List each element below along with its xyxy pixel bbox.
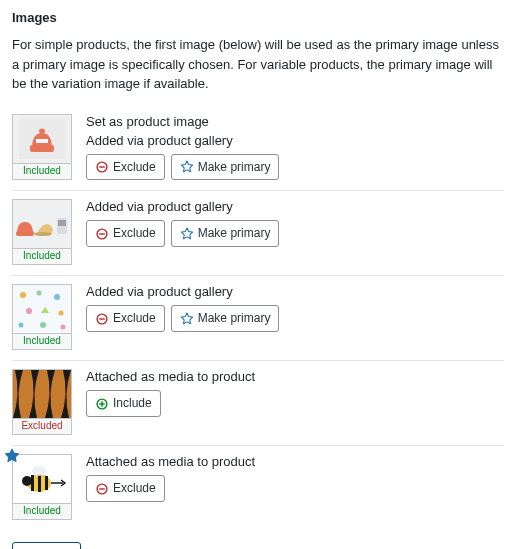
button-row: Exclude (86, 475, 504, 502)
thumbnail-image[interactable] (12, 114, 72, 164)
svg-rect-32 (45, 476, 48, 490)
thumbnail-image[interactable] (12, 199, 72, 249)
status-badge: Included (12, 164, 72, 180)
make-primary-button[interactable]: Make primary (171, 154, 280, 181)
image-row: ExcludedAttached as media to productIncl… (12, 361, 504, 446)
thumbnail-column: Included (12, 454, 72, 520)
button-label: Exclude (113, 310, 156, 327)
svg-rect-10 (58, 220, 66, 226)
button-row: ExcludeMake primary (86, 154, 504, 181)
thumbnail-column: Included (12, 284, 72, 350)
primary-star-icon (4, 448, 20, 467)
status-badge: Excluded (12, 419, 72, 435)
svg-point-34 (32, 466, 46, 476)
svg-point-17 (26, 308, 32, 314)
status-badge: Included (12, 334, 72, 350)
button-label: Make primary (198, 225, 271, 242)
image-row: IncludedAttached as media to productExcl… (12, 446, 504, 530)
exclude-icon (95, 482, 109, 496)
thumbnail-column: Excluded (12, 369, 72, 435)
svg-rect-24 (13, 370, 71, 418)
make-primary-button[interactable]: Make primary (171, 220, 280, 247)
include-button[interactable]: Include (86, 390, 161, 417)
exclude-button[interactable]: Exclude (86, 475, 165, 502)
info-column: Added via product galleryExcludeMake pri… (86, 199, 504, 265)
image-row: IncludedAdded via product galleryExclude… (12, 191, 504, 276)
button-row: ExcludeMake primary (86, 220, 504, 247)
svg-point-2 (39, 128, 45, 133)
collapse-button[interactable]: Collapse (12, 542, 81, 549)
exclude-button[interactable]: Exclude (86, 154, 165, 181)
svg-point-16 (54, 294, 60, 300)
include-icon (95, 397, 109, 411)
exclude-icon (95, 160, 109, 174)
exclude-icon (95, 312, 109, 326)
info-column: Added via product galleryExcludeMake pri… (86, 284, 504, 350)
star-icon (180, 312, 194, 326)
button-label: Exclude (113, 480, 156, 497)
svg-rect-7 (16, 231, 34, 236)
image-row: IncludedAdded via product galleryExclude… (12, 276, 504, 361)
svg-rect-31 (38, 474, 41, 492)
exclude-button[interactable]: Exclude (86, 220, 165, 247)
svg-rect-3 (36, 139, 48, 143)
svg-rect-1 (30, 145, 54, 152)
info-column: Attached as media to productExclude (86, 454, 504, 520)
thumbnail-column: Included (12, 199, 72, 265)
info-line: Attached as media to product (86, 369, 504, 384)
button-label: Include (113, 395, 152, 412)
make-primary-button[interactable]: Make primary (171, 305, 280, 332)
info-column: Set as product imageAdded via product ga… (86, 114, 504, 181)
star-icon (180, 160, 194, 174)
section-title: Images (12, 10, 504, 25)
star-icon (180, 227, 194, 241)
button-label: Exclude (113, 159, 156, 176)
info-line: Attached as media to product (86, 454, 504, 469)
info-line: Added via product gallery (86, 133, 504, 148)
svg-point-8 (34, 232, 52, 236)
svg-point-19 (19, 323, 24, 328)
thumbnail-image[interactable] (12, 284, 72, 334)
svg-point-14 (20, 292, 26, 298)
svg-point-21 (61, 325, 66, 330)
button-label: Exclude (113, 225, 156, 242)
thumbnail-column: Included (12, 114, 72, 181)
status-badge: Included (12, 504, 72, 520)
svg-point-20 (40, 322, 46, 328)
info-line: Set as product image (86, 114, 504, 129)
button-row: Include (86, 390, 504, 417)
thumbnail-image[interactable] (12, 454, 72, 504)
button-label: Make primary (198, 310, 271, 327)
info-line: Added via product gallery (86, 199, 504, 214)
image-row: IncludedSet as product imageAdded via pr… (12, 106, 504, 192)
help-text: For simple products, the first image (be… (12, 35, 504, 94)
status-badge: Included (12, 249, 72, 265)
info-line: Added via product gallery (86, 284, 504, 299)
exclude-button[interactable]: Exclude (86, 305, 165, 332)
svg-point-15 (37, 291, 42, 296)
svg-point-33 (22, 476, 32, 486)
button-row: ExcludeMake primary (86, 305, 504, 332)
info-column: Attached as media to productInclude (86, 369, 504, 435)
exclude-icon (95, 227, 109, 241)
button-label: Make primary (198, 159, 271, 176)
thumbnail-image[interactable] (12, 369, 72, 419)
image-list: IncludedSet as product imageAdded via pr… (12, 106, 504, 531)
svg-point-18 (59, 311, 64, 316)
